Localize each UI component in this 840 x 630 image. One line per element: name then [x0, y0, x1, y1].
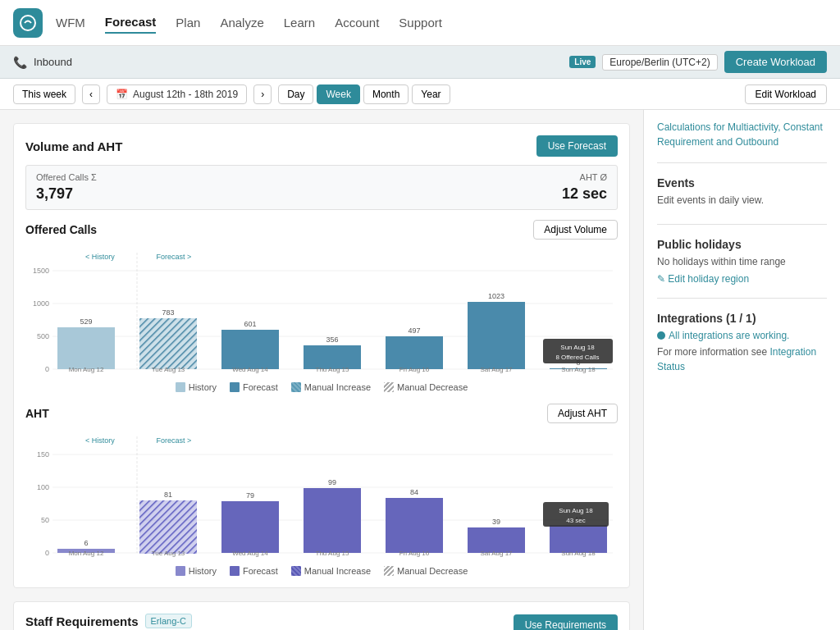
aht-bar-wed: [221, 501, 279, 553]
adjust-volume-button[interactable]: Adjust Volume: [533, 220, 618, 240]
aht-chart: 0 50 100 150 < History Forecast >: [25, 428, 618, 559]
staff-requirements-header: Staff Requirements Erlang-C Use Requirem…: [25, 614, 618, 630]
sidebar-calc-link-section: Calculations for Multiactivity, Constant…: [657, 120, 827, 163]
this-week-button[interactable]: This week: [13, 84, 75, 104]
next-week-button[interactable]: ›: [253, 84, 272, 104]
svg-text:150: 150: [37, 450, 49, 459]
day-tab[interactable]: Day: [278, 84, 313, 104]
aht-label: AHT Ø: [331, 172, 607, 182]
svg-text:0: 0: [45, 549, 49, 557]
logo: [13, 8, 43, 38]
legend-manual-decrease-box: [384, 382, 394, 392]
calc-link[interactable]: Calculations for Multiactivity, Constant…: [657, 121, 823, 148]
svg-text:43 sec: 43 sec: [566, 517, 586, 524]
sidebar-events-section: Events Edit events in daily view.: [657, 176, 827, 225]
aht-legend-history-label: History: [189, 566, 217, 576]
aht-legend-forecast: Forecast: [230, 566, 278, 576]
svg-text:Tue Aug 13: Tue Aug 13: [152, 366, 185, 373]
svg-text:601: 601: [244, 320, 256, 328]
nav-item-analyze[interactable]: Analyze: [220, 12, 263, 33]
aht-legend-forecast-box: [230, 566, 240, 576]
svg-text:356: 356: [326, 336, 338, 344]
timezone-selector[interactable]: Europe/Berlin (UTC+2): [602, 54, 717, 71]
phone-icon: 📞: [13, 56, 27, 69]
aht-bar-fri: [386, 498, 443, 553]
nav-item-account[interactable]: Account: [335, 12, 379, 33]
top-navigation: WFM Forecast Plan Analyze Learn Account …: [0, 0, 840, 46]
aht-cell: AHT Ø 12 sec: [322, 166, 617, 209]
aht-bar-sun: [550, 525, 607, 553]
events-title: Events: [657, 176, 827, 189]
nav-item-wfm[interactable]: WFM: [56, 12, 85, 33]
legend-history: History: [176, 382, 217, 392]
aht-legend-history-box: [176, 566, 185, 576]
nav-item-learn[interactable]: Learn: [284, 12, 315, 33]
svg-text:50: 50: [41, 516, 49, 524]
svg-text:8 Offered Calls: 8 Offered Calls: [555, 354, 599, 361]
svg-text:Wed Aug 14: Wed Aug 14: [232, 366, 268, 373]
svg-text:Mon Aug 12: Mon Aug 12: [69, 366, 104, 373]
aht-svg: 0 50 100 150 < History Forecast >: [25, 428, 618, 559]
week-tab[interactable]: Week: [317, 84, 359, 104]
svg-text:Sun Aug 18: Sun Aug 18: [559, 507, 593, 514]
aht-legend-manual-decrease-box: [384, 566, 394, 576]
offered-calls-section: Offered Calls Adjust Volume 0 500 1000 1…: [25, 220, 618, 392]
bar-tue-overlay: [139, 318, 197, 369]
volume-aht-title: Volume and AHT: [25, 139, 122, 153]
legend-forecast-label: Forecast: [243, 382, 278, 392]
legend-manual-increase-label: Manual Increase: [304, 382, 371, 392]
volume-aht-section: Volume and AHT Use Forecast Offered Call…: [13, 123, 630, 588]
svg-text:1500: 1500: [33, 267, 49, 275]
svg-point-0: [21, 16, 35, 30]
year-tab[interactable]: Year: [412, 84, 450, 104]
svg-text:Wed Aug 14: Wed Aug 14: [232, 550, 268, 557]
svg-text:79: 79: [246, 491, 254, 500]
use-requirements-button[interactable]: Use Requirements: [514, 614, 618, 630]
aht-legend-manual-decrease: Manual Decrease: [384, 566, 468, 576]
svg-text:Sun Aug 18: Sun Aug 18: [561, 550, 596, 557]
svg-text:39: 39: [492, 518, 500, 526]
legend-history-label: History: [189, 382, 217, 392]
nav-item-forecast[interactable]: Forecast: [105, 11, 157, 34]
legend-forecast: Forecast: [230, 382, 278, 392]
month-tab[interactable]: Month: [363, 84, 409, 104]
prev-week-button[interactable]: ‹: [82, 84, 100, 104]
adjust-aht-button[interactable]: Adjust AHT: [547, 404, 618, 423]
aht-legend-manual-decrease-label: Manual Decrease: [397, 566, 468, 576]
svg-text:Forecast >: Forecast >: [157, 436, 192, 445]
bar-mon: [57, 327, 115, 369]
edit-workload-button[interactable]: Edit Workload: [745, 84, 827, 104]
legend-history-box: [176, 382, 185, 392]
subheader: 📞 Inbound Live Europe/Berlin (UTC+2) Cre…: [0, 46, 840, 79]
svg-text:Sun Aug 18: Sun Aug 18: [561, 366, 596, 373]
subheader-right: Live Europe/Berlin (UTC+2) Create Worklo…: [569, 51, 827, 73]
svg-text:Thu Aug 15: Thu Aug 15: [316, 366, 349, 373]
aht-legend-forecast-label: Forecast: [243, 566, 278, 576]
sidebar-integrations-section: Integrations (1 / 1) All integrations ar…: [657, 312, 827, 387]
nav-item-plan[interactable]: Plan: [176, 12, 200, 33]
offered-calls-legend: History Forecast Manual Increase Manual …: [25, 382, 618, 392]
staff-requirements-section: Staff Requirements Erlang-C Use Requirem…: [13, 601, 630, 630]
svg-text:Sat Aug 17: Sat Aug 17: [480, 550, 513, 557]
integrations-title: Integrations (1 / 1): [657, 312, 827, 325]
nav-item-support[interactable]: Support: [399, 12, 442, 33]
date-tabs: Day Week Month Year: [278, 84, 450, 104]
main-layout: Volume and AHT Use Forecast Offered Call…: [0, 110, 840, 630]
integration-dot: [657, 331, 665, 340]
bar-wed: [221, 330, 279, 369]
nav-items: WFM Forecast Plan Analyze Learn Account …: [56, 11, 442, 34]
create-workload-button[interactable]: Create Workload: [724, 51, 827, 73]
svg-text:99: 99: [328, 478, 336, 486]
public-holidays-title: Public holidays: [657, 238, 827, 251]
date-nav-left: This week ‹ 📅 August 12th - 18th 2019 › …: [13, 84, 450, 104]
bar-fri: [386, 336, 443, 369]
calendar-icon: 📅: [116, 89, 128, 100]
live-badge: Live: [569, 56, 596, 68]
svg-text:6: 6: [84, 539, 88, 547]
date-range-display: 📅 August 12th - 18th 2019: [107, 84, 247, 104]
edit-holiday-link[interactable]: Edit holiday region: [657, 273, 749, 285]
svg-text:100: 100: [37, 483, 49, 491]
legend-forecast-box: [230, 382, 240, 392]
svg-text:1000: 1000: [33, 299, 49, 308]
use-forecast-button[interactable]: Use Forecast: [536, 135, 618, 157]
